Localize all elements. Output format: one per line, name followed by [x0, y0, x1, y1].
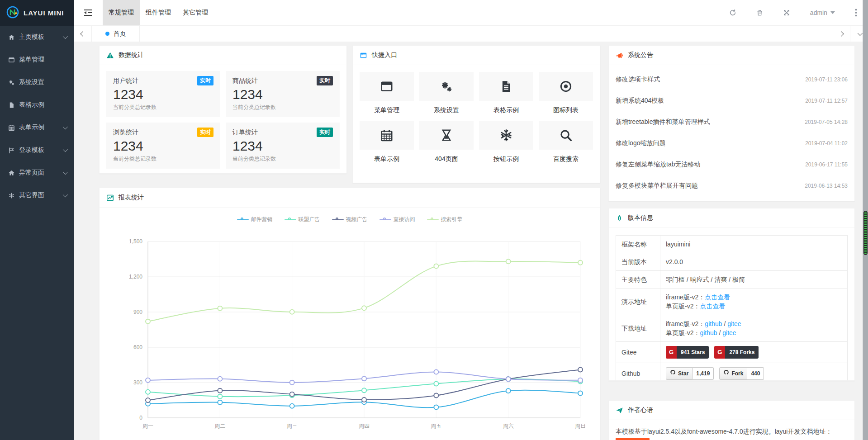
link-点击查看[interactable]: 点击查看 [700, 303, 725, 310]
version-row-label: 主要特色 [616, 271, 660, 289]
version-row-value: layuimini [660, 236, 848, 253]
github-star-button[interactable]: Star1,419 [666, 367, 714, 380]
gitee-badge[interactable]: G941 Stars [666, 346, 709, 359]
window-icon [8, 57, 19, 63]
notice-title: 修改logo缩放问题 [616, 139, 665, 147]
notice-date: 2019-06-13 14:53 [805, 183, 848, 189]
gitee-badge[interactable]: G278 Forks [714, 346, 759, 359]
collapse-sidebar-icon[interactable] [74, 0, 103, 25]
stat-card-header: 商品统计实时 [232, 76, 333, 85]
stat-card-订单统计: 订单统计实时1234当前分类总记录数 [226, 123, 340, 169]
page-tab-首页[interactable]: 首页 [92, 26, 140, 42]
legend-item-视频广告[interactable]: 视频广告 [332, 216, 368, 223]
legend-item-邮件营销[interactable]: 邮件营销 [237, 216, 273, 223]
quick-entry-404页面[interactable]: 404页面 [419, 121, 474, 163]
file-text-icon [479, 72, 533, 101]
author-line1: 本模板基于layui2.5.4以及font-awesome-4.7.0进行实现。… [616, 428, 832, 435]
legend-item-直接访问[interactable]: 直接访问 [379, 216, 415, 223]
realtime-badge: 实时 [197, 128, 213, 137]
version-row-label: Gitee [616, 342, 660, 363]
refresh-icon[interactable] [729, 9, 736, 16]
github-count: 1,419 [693, 367, 714, 380]
quick-entry-按钮示例[interactable]: 按钮示例 [479, 121, 533, 163]
legend-item-搜索引擎[interactable]: 搜索引擎 [427, 216, 463, 223]
link-gitee[interactable]: gitee [722, 329, 736, 336]
top-tab-组件管理[interactable]: 组件管理 [140, 0, 177, 25]
sidebar-item-其它界面[interactable]: 其它界面 [0, 184, 74, 207]
page-tab-bar: 首页 [74, 26, 868, 42]
link-github[interactable]: github [705, 320, 722, 327]
sidebar-item-主页模板[interactable]: 主页模板 [0, 26, 74, 48]
top-tab-其它管理[interactable]: 其它管理 [177, 0, 214, 25]
sidebar-item-系统设置[interactable]: 系统设置 [0, 71, 74, 94]
sidebar-item-表单示例[interactable]: 表单示例 [0, 116, 74, 139]
line-chart: 03006009001,2001,500周一周二周三周四周五周六周日 [106, 229, 594, 440]
quick-entry-菜单管理[interactable]: 菜单管理 [360, 72, 414, 114]
stat-card-desc: 当前分类总记录数 [232, 155, 333, 163]
stat-card-用户统计: 用户统计实时1234当前分类总记录数 [106, 71, 220, 117]
version-row: 下载地址iframe版-v2：github / gitee单页版-v2：gith… [616, 315, 848, 342]
quick-entry-label: 表单示例 [360, 155, 414, 163]
legend-item-联盟广告[interactable]: 联盟广告 [285, 216, 320, 223]
top-tab-常规管理[interactable]: 常规管理 [103, 0, 140, 25]
version-link-line: 单页版-v2：github / gitee [666, 328, 842, 337]
stat-card-desc: 当前分类总记录数 [232, 104, 333, 111]
quick-entry-百度搜索[interactable]: 百度搜索 [539, 121, 593, 163]
version-row: 主要特色零门槛 / 响应式 / 清爽 / 极简 [616, 271, 848, 289]
trash-icon[interactable] [756, 9, 763, 16]
sidebar-item-异常页面[interactable]: 异常页面 [0, 161, 74, 184]
panel-title: 快捷入口 [372, 51, 397, 59]
stat-card-desc: 当前分类总记录数 [113, 104, 213, 111]
version-row: GiteeG941 StarsG278 Forks [616, 342, 848, 363]
notice-row[interactable]: 修复多模块菜单栏展开有问题2019-06-13 14:53 [616, 175, 848, 196]
tab-scroll-left-button[interactable] [74, 26, 92, 42]
page-scrollbar[interactable] [863, 0, 868, 440]
fullscreen-icon[interactable] [783, 9, 790, 16]
notice-title: 修复多模块菜单栏展开有问题 [616, 182, 698, 190]
version-row-value: v2.0.0 [660, 253, 848, 271]
sidebar-item-菜单管理[interactable]: 菜单管理 [0, 48, 74, 71]
panel-title: 系统公告 [628, 51, 653, 59]
version-row-value: G941 StarsG278 Forks [660, 342, 848, 363]
stat-card-header: 订单统计实时 [232, 128, 333, 137]
realtime-badge: 实时 [317, 128, 333, 137]
version-row-label: 当前版本 [616, 253, 660, 271]
svg-text:600: 600 [133, 344, 142, 350]
realtime-badge: 实时 [317, 76, 333, 85]
github-fork-button[interactable]: Fork440 [719, 367, 764, 380]
github-action-label: Fork [731, 369, 743, 378]
calendar-icon [8, 124, 19, 131]
notice-title: 修改选项卡样式 [616, 76, 660, 84]
quick-entry-图标列表[interactable]: 图标列表 [539, 72, 593, 114]
link-点击查看[interactable]: 点击查看 [705, 293, 730, 301]
sidebar-item-登录模板[interactable]: 登录模板 [0, 139, 74, 161]
scrollbar-thumb[interactable] [863, 211, 868, 255]
sidebar-item-表格示例[interactable]: 表格示例 [0, 94, 74, 116]
user-menu[interactable]: admin [810, 9, 835, 16]
chevron-down-icon [63, 34, 68, 39]
snowflake-icon [479, 121, 533, 150]
notice-date: 2019-07-04 11:02 [805, 140, 848, 147]
notice-row[interactable]: 修复左侧菜单缩放tab无法移动2019-06-17 11:55 [616, 154, 848, 175]
link-github[interactable]: github [700, 329, 717, 336]
gitee-badge-label: 941 Stars [677, 346, 709, 359]
layui-doc-button[interactable]: layui文档 [616, 438, 650, 440]
header: 常规管理组件管理其它管理 admin [74, 0, 868, 26]
dot-circle-icon [539, 72, 593, 101]
notice-row[interactable]: 新增treetable插件和菜单管理样式2019-07-05 14:28 [616, 111, 848, 132]
line-chart-icon [106, 194, 114, 202]
link-gitee[interactable]: gitee [727, 320, 741, 327]
version-row-value: iframe版-v2：点击查看单页版-v2：点击查看 [660, 289, 848, 315]
sidebar-item-label: 主页模板 [19, 33, 44, 41]
ellipsis-v-icon[interactable] [855, 9, 857, 17]
tab-scroll-right-button[interactable] [832, 26, 850, 42]
username-label: admin [810, 9, 827, 16]
notice-row[interactable]: 修改logo缩放问题2019-07-04 11:02 [616, 132, 848, 154]
quick-entry-系统设置[interactable]: 系统设置 [419, 72, 474, 114]
notice-row[interactable]: 新增系统404模板2019-07-11 12:57 [616, 90, 848, 111]
notice-row[interactable]: 修改选项卡样式2019-07-11 23:06 [616, 69, 848, 90]
version-table: 框架名称layuimini当前版本v2.0.0主要特色零门槛 / 响应式 / 清… [616, 235, 848, 381]
link-line-prefix: iframe版-v2： [666, 320, 705, 327]
quick-entry-表格示例[interactable]: 表格示例 [479, 72, 533, 114]
quick-entry-表单示例[interactable]: 表单示例 [360, 121, 414, 163]
